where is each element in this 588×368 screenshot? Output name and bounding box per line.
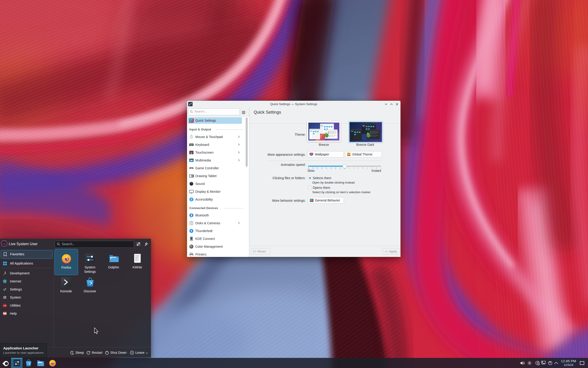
svg-text:LU: LU <box>3 242 6 245</box>
svg-text:z: z <box>73 351 74 352</box>
